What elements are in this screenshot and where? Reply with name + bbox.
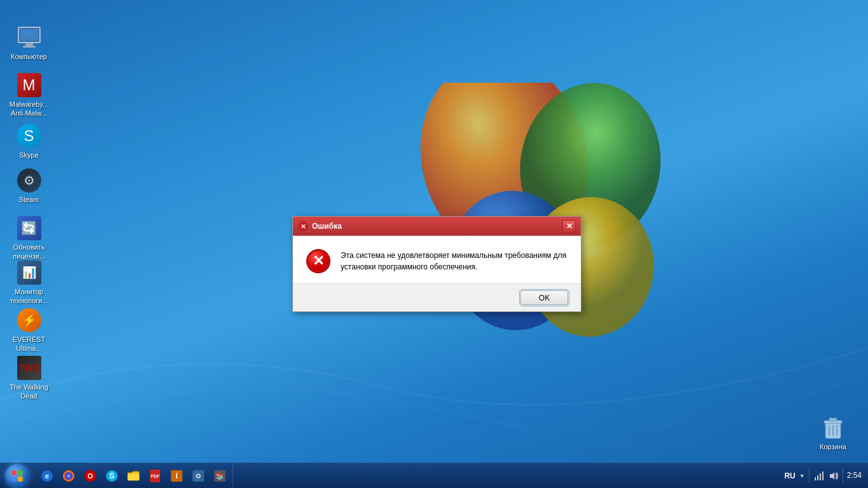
ql-icon-ie[interactable]: e [37,466,57,486]
svg-rect-43 [817,475,818,480]
steam-label: Steam [19,195,39,204]
system-tray: RU ▼ [778,463,868,488]
recycle-bin-label: Корзина [820,443,846,451]
svg-point-29 [67,474,71,478]
malwarebytes-icon: M [17,72,42,98]
computer-icon [17,25,42,50]
ql-icon-tool[interactable]: ⚙ [188,466,208,486]
ok-button[interactable]: OK [520,290,568,305]
svg-text:PDF: PDF [151,474,160,478]
ql-icon-opera[interactable]: O [80,466,100,486]
desktop-icon-computer[interactable]: Компьютер [5,22,53,64]
error-icon: ✕ [306,248,331,274]
ql-icon-firefox[interactable] [58,466,79,486]
start-button[interactable] [0,463,34,489]
tray-volume-icon[interactable] [829,471,839,480]
tray-language-dropdown[interactable]: ▼ [799,473,805,479]
error-dialog: ✕ Ошибка ✕ ✕ Эта система не удовлетворяе… [292,216,581,312]
svg-rect-21 [11,470,17,475]
svg-rect-23 [11,477,17,482]
update-icon: 🔄 [17,215,42,241]
monitor-icon: 📊 [17,260,42,285]
dialog-content: ✕ Эта система не удовлетворяет минимальн… [293,236,581,283]
tray-time[interactable]: 2:54 [847,471,862,481]
svg-rect-45 [822,471,824,480]
desktop-icon-monitor[interactable]: 📊 Монитортехнологи... [5,257,53,308]
tray-separator-2 [843,468,843,484]
steam-icon: ⚙ [17,168,42,193]
dialog-titlebar: ✕ Ошибка ✕ [293,217,581,236]
everest-icon: ⚡ [17,308,42,333]
svg-rect-6 [25,43,33,46]
monitor-label: Монитортехнологи... [10,287,48,306]
quick-launch: e O S [34,463,233,488]
dialog-close-button[interactable]: ✕ [562,220,576,233]
clock: 2:54 [847,471,862,481]
dialog-title: Ошибка [312,222,559,231]
desktop-icon-update[interactable]: 🔄 Обновитьлицензи... [5,213,53,264]
ql-icon-skype[interactable]: S [102,466,122,486]
svg-text:e: e [45,472,49,480]
svg-rect-24 [18,477,23,482]
dialog-footer: OK [293,283,581,311]
tray-language[interactable]: RU [784,471,795,480]
svg-text:⚙: ⚙ [195,472,201,480]
desktop-icon-malwarebytes[interactable]: M Malwareby...Anti-Malw... [5,70,53,121]
svg-text:📚: 📚 [215,471,224,480]
malwarebytes-label: Malwareby...Anti-Malw... [10,100,49,118]
desktop-icon-skype[interactable]: S Skype [5,121,53,162]
desktop-icon-walkingdead[interactable]: TWD The WalkingDead [5,353,53,403]
ql-icon-book[interactable]: 📚 [210,466,230,486]
svg-rect-9 [22,30,29,35]
skype-label: Skype [19,151,39,159]
ql-icon-folder[interactable] [123,466,144,486]
svg-text:O: O [88,472,93,480]
recycle-bin-icon [820,416,846,441]
svg-rect-44 [820,473,821,480]
svg-marker-46 [830,472,834,480]
tray-separator-1 [809,468,810,484]
desktop: Компьютер M Malwareby...Anti-Malw... S S… [0,0,868,488]
svg-text:i: i [175,471,178,480]
start-orb [5,464,29,488]
skype-icon: S [17,123,42,149]
tray-network-icon[interactable] [813,471,825,480]
desktop-icon-everest[interactable]: ⚡ EVERESTUltima... [5,305,53,356]
dialog-titlebar-icon: ✕ [298,221,308,231]
ql-icon-pdf[interactable]: PDF [145,466,165,486]
svg-rect-22 [18,470,23,475]
computer-label: Компьютер [11,52,47,61]
svg-text:S: S [109,471,115,480]
walkingdead-label: The WalkingDead [10,383,48,401]
language-label: RU [784,471,795,480]
svg-text:✕: ✕ [301,223,306,230]
desktop-icon-steam[interactable]: ⚙ Steam [5,165,53,207]
ql-icon-info[interactable]: i [166,466,187,486]
everest-label: EVERESTUltima... [13,335,45,353]
svg-text:✕: ✕ [313,253,324,269]
taskbar: e O S [0,463,868,488]
svg-rect-12 [829,418,837,421]
walkingdead-icon: TWD [17,355,42,381]
svg-rect-7 [23,46,36,48]
svg-rect-42 [815,477,816,480]
dialog-message: Эта система не удовлетворяет минимальным… [341,248,566,273]
recycle-bin[interactable]: Корзина [811,413,855,453]
